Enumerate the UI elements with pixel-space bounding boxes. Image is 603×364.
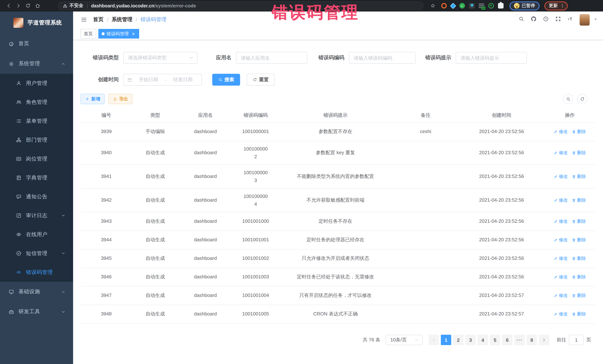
- table-row[interactable]: 3942 自动生成 dashboard 100100000 4 不允许获取敏感配…: [81, 189, 596, 212]
- delete-button[interactable]: 删除: [572, 292, 586, 299]
- add-button[interactable]: 新增: [81, 94, 105, 104]
- breadcrumb-item[interactable]: 首页: [93, 16, 104, 23]
- sidebar-toggle-button[interactable]: [81, 16, 87, 23]
- app-name-input[interactable]: [236, 52, 307, 64]
- error-code-input[interactable]: [349, 52, 416, 64]
- app-logo-row[interactable]: 芋道管理系统: [0, 11, 73, 34]
- pagination-page-button[interactable]: 6: [502, 335, 512, 345]
- delete-button[interactable]: 删除: [572, 236, 586, 243]
- date-range-picker[interactable]: 开始日期 - 结束日期: [123, 74, 202, 86]
- table-row[interactable]: 3939 手动编辑 dashboard 1001000001 参数配置不存在 c…: [81, 123, 596, 141]
- browser-back-button[interactable]: [4, 1, 13, 11]
- address-bar[interactable]: 不安全 dashboard.yudao.iocoder.cn/system/er…: [58, 1, 423, 10]
- sidebar-item-id-card[interactable]: 岗位管理: [0, 149, 73, 168]
- error-hint-input[interactable]: [456, 52, 527, 64]
- extension-grid-icon[interactable]: [469, 3, 475, 9]
- table-row[interactable]: 3946 自动生成 dashboard 1001001003 定时任务已经处于该…: [81, 268, 596, 287]
- github-link[interactable]: [531, 16, 537, 23]
- fullscreen-button[interactable]: [555, 16, 561, 23]
- sidebar-item-menu-list[interactable]: 菜单管理: [0, 111, 73, 131]
- delete-button[interactable]: 删除: [572, 173, 586, 180]
- pagination-page-button[interactable]: 8: [527, 335, 537, 345]
- sidebar-item-sms[interactable]: 短信管理: [0, 244, 73, 263]
- pagination-page-button[interactable]: 5: [490, 335, 500, 345]
- table-row[interactable]: 3941 自动生成 dashboard 100100000 3 不能删除类型为系…: [81, 165, 596, 189]
- edit-button[interactable]: 修改: [554, 197, 568, 204]
- delete-button[interactable]: 删除: [572, 274, 586, 280]
- back-arrow-icon: [6, 3, 11, 9]
- table-row[interactable]: 3948 自动生成 dashboard 1001001005 CRON 表达式不…: [81, 305, 596, 324]
- sidebar-item-dashboard[interactable]: 首页: [0, 34, 73, 54]
- sidebar-item-infrastructure[interactable]: 基础设施: [0, 282, 73, 302]
- sidebar-item-error-code[interactable]: 错误码管理: [0, 263, 73, 282]
- table-row[interactable]: 3947 自动生成 dashboard 1001001004 只有开启状态的任务…: [81, 287, 596, 305]
- refresh-table-button[interactable]: [577, 94, 587, 104]
- edit-button[interactable]: 修改: [554, 173, 568, 180]
- edit-button[interactable]: 修改: [554, 236, 568, 243]
- sidebar-item-dictionary[interactable]: 字典管理: [0, 168, 73, 187]
- header-search-button[interactable]: [518, 16, 524, 23]
- extension-check-icon[interactable]: [459, 3, 465, 9]
- browser-home-button[interactable]: [33, 1, 42, 11]
- browser-update-badge[interactable]: 更新: [544, 1, 568, 10]
- security-chip[interactable]: 不安全: [63, 3, 83, 9]
- avatar-menu-button[interactable]: [593, 16, 598, 23]
- extensions-puzzle-icon[interactable]: [498, 3, 504, 9]
- pagination-page-button[interactable]: 1: [441, 335, 451, 345]
- edit-button[interactable]: 修改: [554, 311, 568, 318]
- extension-gem-icon[interactable]: [450, 3, 456, 9]
- delete-button[interactable]: 删除: [572, 218, 586, 225]
- prev-page-button[interactable]: [429, 335, 439, 345]
- sidebar-item-org-tree[interactable]: 部门管理: [0, 131, 73, 149]
- sidebar-item-dev-tools[interactable]: 研发工具: [0, 302, 73, 322]
- delete-button[interactable]: 删除: [572, 255, 586, 262]
- page-size-select[interactable]: 10条/页: [385, 335, 423, 345]
- delete-button[interactable]: 删除: [572, 311, 586, 318]
- export-button[interactable]: 导出: [108, 94, 132, 104]
- browser-menu-icon[interactable]: [560, 3, 565, 8]
- edit-button[interactable]: 修改: [554, 255, 568, 262]
- edit-button[interactable]: 修改: [554, 218, 568, 225]
- reset-button[interactable]: 重置: [247, 74, 275, 86]
- pagination-page-button[interactable]: 3: [465, 335, 476, 345]
- user-avatar[interactable]: [580, 14, 590, 25]
- table-row[interactable]: 3940 自动生成 dashboard 100100000 2 参数配置 key…: [81, 141, 596, 165]
- extension-switch-icon[interactable]: [479, 3, 484, 9]
- profile-paused-badge[interactable]: 已暂停: [510, 1, 540, 10]
- font-size-button[interactable]: [567, 16, 573, 23]
- delete-button[interactable]: 删除: [572, 128, 586, 135]
- toggle-search-button[interactable]: [563, 94, 573, 104]
- next-page-button[interactable]: [539, 335, 549, 345]
- sidebar-item-users[interactable]: 角色管理: [0, 93, 73, 111]
- pagination-page-button[interactable]: 4: [477, 335, 488, 345]
- browser-forward-button[interactable]: [13, 1, 23, 11]
- sidebar-item-online-user[interactable]: 在线用户: [0, 225, 73, 244]
- sidebar-item-user[interactable]: 用户管理: [0, 74, 73, 93]
- edit-button[interactable]: 修改: [554, 274, 568, 280]
- edit-button[interactable]: 修改: [554, 149, 568, 156]
- delete-button[interactable]: 删除: [572, 197, 586, 204]
- edit-button[interactable]: 修改: [554, 128, 568, 135]
- view-tag[interactable]: 错误码管理: [98, 29, 139, 39]
- table-row[interactable]: 3944 自动生成 dashboard 1001001001 定时任务的处理器已…: [81, 231, 596, 249]
- breadcrumb-item[interactable]: 系统管理: [112, 16, 132, 23]
- table-row[interactable]: 3945 自动生成 dashboard 1001001002 只允许修改为开启或…: [81, 249, 596, 268]
- extension-orange-icon[interactable]: [441, 3, 447, 9]
- pagination-page-button[interactable]: 2: [453, 335, 464, 345]
- error-type-select[interactable]: 请选择错误码类型: [123, 52, 197, 64]
- browser-reload-button[interactable]: [23, 1, 33, 11]
- extension-keyhole-icon[interactable]: [488, 3, 494, 9]
- edit-button[interactable]: 修改: [554, 292, 568, 299]
- sidebar-item-announcement[interactable]: 通知公告: [0, 187, 73, 206]
- pagination-more-button[interactable]: ···: [514, 335, 525, 345]
- bookmark-star-button[interactable]: [428, 1, 438, 11]
- docs-help-button[interactable]: [543, 16, 549, 23]
- view-tag[interactable]: 首页: [81, 29, 96, 39]
- sidebar-item-gear[interactable]: 系统管理: [0, 54, 73, 74]
- table-row[interactable]: 3943 自动生成 dashboard 1001001000 定时任务不存在 2…: [81, 212, 596, 231]
- close-tag-button[interactable]: [131, 31, 136, 36]
- delete-button[interactable]: 删除: [572, 149, 586, 156]
- sidebar-item-audit-log[interactable]: 审计日志: [0, 206, 73, 225]
- goto-page-input[interactable]: [569, 335, 584, 345]
- search-button[interactable]: 搜索: [212, 74, 240, 86]
